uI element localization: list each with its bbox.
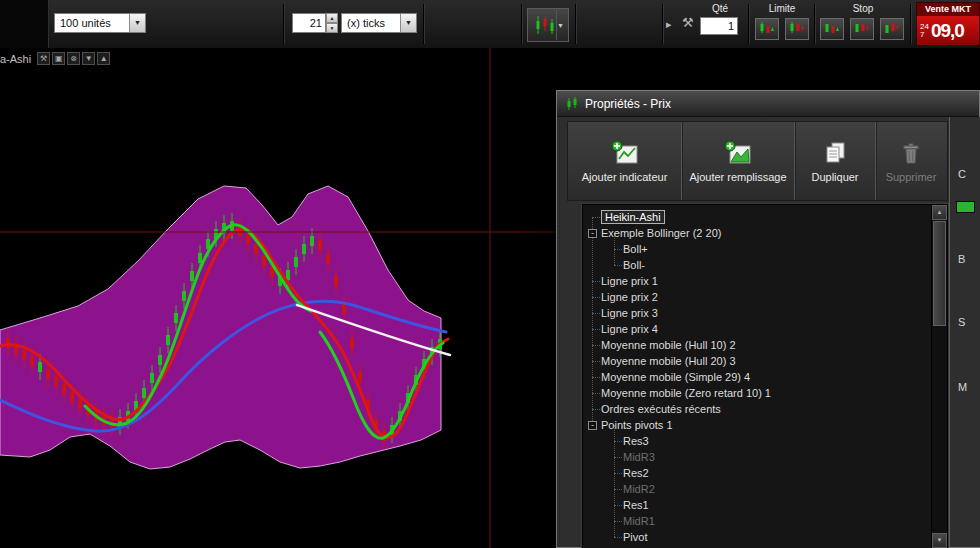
tree-item-moyenne-mobile-simple-29-4[interactable]: Moyenne mobile (Simple 29) 4 bbox=[583, 369, 932, 385]
stop-label: Stop bbox=[820, 3, 906, 14]
wrench-icon[interactable]: ⚒ bbox=[682, 15, 694, 30]
tree-item-res3[interactable]: Res3 bbox=[583, 433, 932, 449]
tree-item-label: Res3 bbox=[623, 435, 649, 447]
interval-value-input[interactable] bbox=[292, 13, 326, 33]
stepper-down-icon[interactable]: ▼ bbox=[326, 23, 338, 33]
tree-item-exemple-bollinger-2-20[interactable]: -Exemple Bollinger (2 20) bbox=[583, 225, 932, 241]
delete-label: Supprimer bbox=[886, 171, 937, 183]
tree-item-label: Ligne prix 1 bbox=[601, 275, 658, 287]
qty-input[interactable] bbox=[700, 17, 738, 35]
add-indicator-icon bbox=[611, 140, 639, 166]
qty-label: Qté bbox=[700, 3, 740, 14]
tree-item-label: Res2 bbox=[623, 467, 649, 479]
color-swatch[interactable] bbox=[956, 201, 975, 213]
collapse-toggle-icon[interactable]: - bbox=[588, 229, 597, 238]
toolbar-separator bbox=[910, 4, 912, 44]
duplicate-button[interactable]: Dupliquer bbox=[795, 122, 876, 200]
toolbar-separator bbox=[283, 4, 285, 44]
sell-market-price[interactable]: 24 7 09,0 bbox=[917, 16, 979, 45]
chart-header: a-Ashi ⚒▣⊗▼▲ bbox=[0, 52, 110, 65]
dialog-titlebar[interactable]: Propriétés - Prix bbox=[557, 91, 979, 117]
limit-label: Limite bbox=[752, 3, 812, 14]
tree-item-label: MidR3 bbox=[623, 451, 655, 463]
property-label-fragment: C bbox=[958, 168, 966, 180]
duplicate-icon bbox=[821, 140, 849, 166]
wrench-icon[interactable]: ⚒ bbox=[37, 52, 50, 65]
move-down-icon[interactable]: ▼ bbox=[82, 52, 95, 65]
tree-item-midr3[interactable]: MidR3 bbox=[583, 449, 932, 465]
tree-item-midr1[interactable]: MidR1 bbox=[583, 513, 932, 529]
tree-item-ligne-prix-2[interactable]: Ligne prix 2 bbox=[583, 289, 932, 305]
sell-market-panel[interactable]: Vente MKT 24 7 09,0 bbox=[916, 2, 980, 46]
tree-scrollbar[interactable]: ▲ ▼ bbox=[931, 205, 947, 548]
collapse-toggle-icon[interactable]: - bbox=[588, 421, 597, 430]
tree-item-label: Points pivots 1 bbox=[601, 419, 673, 431]
tree-item-heikin-ashi[interactable]: Heikin-Ashi bbox=[583, 209, 932, 225]
limit-sell-icon bbox=[789, 22, 805, 36]
panel-expand-icon[interactable]: ▸ bbox=[666, 18, 672, 31]
scroll-down-icon[interactable]: ▼ bbox=[932, 533, 947, 548]
add-fill-button[interactable]: Ajouter remplissage bbox=[682, 122, 795, 200]
tree-item-moyenne-mobile-zero-retard-10-1[interactable]: Moyenne mobile (Zero retard 10) 1 bbox=[583, 385, 932, 401]
series-tree: Heikin-Ashi-Exemple Bollinger (2 20)Boll… bbox=[582, 204, 948, 548]
panel-icon[interactable]: ▣ bbox=[52, 52, 65, 65]
scroll-up-icon[interactable]: ▲ bbox=[932, 205, 947, 220]
tree-item-ligne-prix-4[interactable]: Ligne prix 4 bbox=[583, 321, 932, 337]
sell-market-header: Vente MKT bbox=[917, 3, 979, 16]
tree-item-ligne-prix-3[interactable]: Ligne prix 3 bbox=[583, 305, 932, 321]
stepper-up-icon[interactable]: ▲ bbox=[326, 13, 338, 23]
tree-item-moyenne-mobile-hull-20-3[interactable]: Moyenne mobile (Hull 20) 3 bbox=[583, 353, 932, 369]
stop-order-button-3[interactable] bbox=[880, 18, 904, 40]
tree-item-label: Boll- bbox=[623, 259, 645, 271]
stop-order-button-1[interactable] bbox=[820, 18, 844, 40]
close-icon[interactable]: ⊗ bbox=[67, 52, 80, 65]
stop-order-button-2[interactable] bbox=[850, 18, 874, 40]
main-toolbar: 100 unités ▼ ▲ ▼ (x) ticks ▼ ▼ ▸ ⚒ Qté L… bbox=[0, 0, 980, 49]
tree-item-moyenne-mobile-hull-10-2[interactable]: Moyenne mobile (Hull 10) 2 bbox=[583, 337, 932, 353]
tree-item-ordres-ex-cut-s-r-cents[interactable]: Ordres exécutés récents bbox=[583, 401, 932, 417]
add-fill-icon bbox=[724, 140, 752, 166]
chevron-down-icon[interactable]: ▼ bbox=[556, 10, 564, 40]
tree-item-pivot[interactable]: Pivot bbox=[583, 529, 932, 545]
stop-limit-icon bbox=[884, 22, 900, 36]
chevron-down-icon[interactable]: ▼ bbox=[400, 14, 416, 32]
tree-item-label: MidR2 bbox=[623, 483, 655, 495]
limit-order-button-2[interactable] bbox=[785, 18, 809, 40]
limit-order-button-1[interactable] bbox=[755, 18, 779, 40]
add-indicator-button[interactable]: Ajouter indicateur bbox=[568, 122, 682, 200]
scrollbar-thumb[interactable] bbox=[933, 221, 946, 326]
stop-sell-icon bbox=[854, 22, 870, 36]
tree-item-res1[interactable]: Res1 bbox=[583, 497, 932, 513]
units-select[interactable]: 100 unités ▼ bbox=[54, 13, 146, 33]
duplicate-label: Dupliquer bbox=[811, 171, 858, 183]
interval-stepper[interactable]: ▲ ▼ bbox=[326, 13, 338, 33]
chart-style-button[interactable]: ▼ bbox=[527, 8, 569, 42]
delete-button: Supprimer bbox=[876, 122, 946, 200]
tree-item-midr2[interactable]: MidR2 bbox=[583, 481, 932, 497]
delete-icon bbox=[897, 140, 925, 166]
tree-item-boll[interactable]: Boll- bbox=[583, 257, 932, 273]
tree-item-res2[interactable]: Res2 bbox=[583, 465, 932, 481]
sell-price-value: 09,0 bbox=[931, 20, 964, 42]
move-up-icon[interactable]: ▲ bbox=[97, 52, 110, 65]
sell-price-prefix: 24 7 bbox=[920, 23, 929, 39]
tree-item-label: Moyenne mobile (Hull 10) 2 bbox=[601, 339, 736, 351]
chevron-down-icon[interactable]: ▼ bbox=[129, 14, 145, 32]
tree-item-label: Pivot bbox=[623, 531, 647, 543]
interval-type-select[interactable]: (x) ticks ▼ bbox=[341, 13, 417, 33]
tree-item-label: Res1 bbox=[623, 499, 649, 511]
tree-item-label: Ordres exécutés récents bbox=[601, 403, 721, 415]
tree-item-label: Boll+ bbox=[623, 243, 648, 255]
price-series-icon bbox=[565, 97, 579, 111]
stop-buy-icon bbox=[824, 22, 840, 36]
tree-item-points-pivots-1[interactable]: -Points pivots 1 bbox=[583, 417, 932, 433]
tree-item-label: Heikin-Ashi bbox=[601, 210, 665, 224]
toolbar-separator bbox=[423, 4, 425, 44]
tree-item-label: MidR1 bbox=[623, 515, 655, 527]
candlestick-icon bbox=[534, 10, 556, 40]
tree-item-ligne-prix-1[interactable]: Ligne prix 1 bbox=[583, 273, 932, 289]
interval-type-value: (x) ticks bbox=[342, 14, 400, 32]
tree-item-boll[interactable]: Boll+ bbox=[583, 241, 932, 257]
tree-item-label: Ligne prix 4 bbox=[601, 323, 658, 335]
tree-item-label: Exemple Bollinger (2 20) bbox=[601, 227, 721, 239]
